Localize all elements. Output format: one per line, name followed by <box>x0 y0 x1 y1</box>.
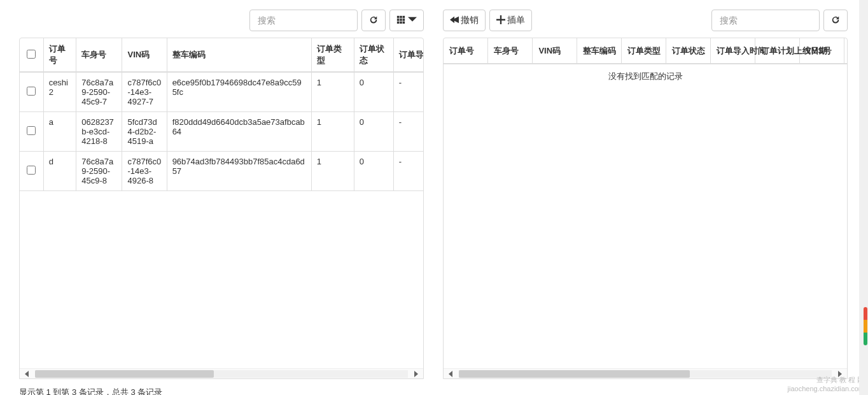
cell-vehicle-code: 96b74ad3fb784493bb7f85ac4cda6d57 <box>167 152 311 191</box>
right-horizontal-scrollbar[interactable] <box>444 368 847 378</box>
table-row: d 76c8a7a9-2590-45c9-8 c787f6c0-14e3-492… <box>20 152 423 191</box>
left-col-order-status[interactable]: 订单状态 <box>354 38 393 72</box>
cell-vin: c787f6c0-14e3-4926-8 <box>122 152 167 191</box>
svg-rect-2 <box>403 15 405 18</box>
refresh-icon <box>369 15 378 26</box>
left-header-checkbox-cell <box>20 38 43 72</box>
svg-rect-5 <box>403 18 405 21</box>
plus-icon <box>496 15 505 26</box>
left-columns-button[interactable] <box>389 10 424 31</box>
cell-vin: 5fcd73d4-d2b2-4519-a <box>122 112 167 152</box>
svg-rect-8 <box>403 21 405 24</box>
cell-vin: c787f6c0-14e3-4927-7 <box>122 72 167 112</box>
right-table-container: 订单号车身号VIN码整车编码订单类型订单状态订单导入时间订单计划上线日期VMS号… <box>443 38 848 379</box>
right-col-5[interactable]: 订单状态 <box>666 38 711 64</box>
left-search-input[interactable] <box>249 10 358 31</box>
chevron-down-icon <box>408 15 417 26</box>
left-select-all-checkbox[interactable] <box>27 50 36 59</box>
refresh-icon <box>831 15 840 26</box>
left-col-body-no[interactable]: 车身号 <box>76 38 122 72</box>
pagination-info: 显示第 1 到第 3 条记录，总共 3 条记录 <box>0 379 868 395</box>
svg-rect-6 <box>397 21 400 24</box>
right-col-0[interactable]: 订单号 <box>444 38 488 64</box>
cell-body-no: 76c8a7a9-2590-45c9-7 <box>76 72 122 112</box>
svg-rect-4 <box>400 18 402 21</box>
right-refresh-button[interactable] <box>823 10 848 31</box>
rewind-icon <box>450 15 459 26</box>
cell-import: - <box>393 152 423 191</box>
table-row: a 0628237b-e3cd-4218-8 5fcd73d4-d2b2-451… <box>20 112 423 152</box>
row-checkbox[interactable] <box>27 166 36 175</box>
insert-label: 插单 <box>507 15 525 26</box>
svg-rect-7 <box>400 21 402 24</box>
cell-import: - <box>393 112 423 152</box>
scroll-left-arrow[interactable] <box>444 369 458 379</box>
table-row: ceshi2 76c8a7a9-2590-45c9-7 c787f6c0-14e… <box>20 72 423 112</box>
left-horizontal-scrollbar[interactable] <box>20 368 423 378</box>
cell-body-no: 76c8a7a9-2590-45c9-8 <box>76 152 122 191</box>
cell-order-no: a <box>43 112 76 152</box>
left-table: 订单号 车身号 VIN码 整车编码 订单类型 订单状态 订单导入 ceshi2 … <box>20 38 423 191</box>
left-panel: 订单号 车身号 VIN码 整车编码 订单类型 订单状态 订单导入 ceshi2 … <box>19 10 424 379</box>
right-col-6[interactable]: 订单导入时间 <box>711 38 755 64</box>
left-col-order-no[interactable]: 订单号 <box>43 38 76 72</box>
right-col-2[interactable]: VIN码 <box>533 38 577 64</box>
row-checkbox[interactable] <box>27 126 36 135</box>
left-col-import[interactable]: 订单导入 <box>393 38 423 72</box>
right-col-8[interactable]: VMS号 <box>800 38 844 64</box>
cell-order-status: 0 <box>354 112 393 152</box>
cell-order-status: 0 <box>354 152 393 191</box>
left-col-vin[interactable]: VIN码 <box>122 38 167 72</box>
right-col-1[interactable]: 车身号 <box>488 38 533 64</box>
scroll-left-arrow[interactable] <box>20 369 34 379</box>
insert-button[interactable]: 插单 <box>489 10 532 31</box>
right-search-input[interactable] <box>711 10 820 31</box>
undo-button[interactable]: 撤销 <box>443 10 486 31</box>
right-col-7[interactable]: 订单计划上线日期 <box>755 38 800 64</box>
left-col-vehicle-code[interactable]: 整车编码 <box>167 38 311 72</box>
right-col-4[interactable]: 订单类型 <box>622 38 666 64</box>
scroll-track[interactable] <box>35 370 408 378</box>
right-table: 订单号车身号VIN码整车编码订单类型订单状态订单导入时间订单计划上线日期VMS号… <box>444 38 847 64</box>
svg-rect-3 <box>397 18 400 21</box>
page-vertical-scrollbar[interactable] <box>859 0 868 395</box>
undo-label: 撤销 <box>461 15 479 26</box>
cell-vehicle-code: e6ce95f0b17946698dc47e8a9cc595fc <box>167 72 311 112</box>
scroll-right-arrow[interactable] <box>409 369 423 379</box>
left-toolbar <box>19 10 424 31</box>
grid-icon <box>396 15 405 26</box>
row-checkbox[interactable] <box>27 87 36 96</box>
svg-rect-0 <box>397 15 400 18</box>
cell-body-no: 0628237b-e3cd-4218-8 <box>76 112 122 152</box>
svg-rect-1 <box>400 15 402 18</box>
right-col-9[interactable]: 发动 <box>844 38 847 64</box>
cell-order-type: 1 <box>311 152 354 191</box>
cell-order-type: 1 <box>311 72 354 112</box>
cell-order-status: 0 <box>354 72 393 112</box>
no-records-message: 没有找到匹配的记录 <box>444 64 847 89</box>
right-panel: 撤销 插单 <box>443 10 848 379</box>
cell-order-type: 1 <box>311 112 354 152</box>
cell-import: - <box>393 72 423 112</box>
watermark: 查字典 教 程 网 jiaocheng.chazidian.com <box>788 375 864 392</box>
left-col-order-type[interactable]: 订单类型 <box>311 38 354 72</box>
right-toolbar: 撤销 插单 <box>443 10 848 31</box>
scroll-track[interactable] <box>459 370 832 378</box>
cell-order-no: ceshi2 <box>43 72 76 112</box>
left-table-container: 订单号 车身号 VIN码 整车编码 订单类型 订单状态 订单导入 ceshi2 … <box>19 38 424 379</box>
left-refresh-button[interactable] <box>361 10 386 31</box>
right-col-3[interactable]: 整车编码 <box>577 38 622 64</box>
cell-vehicle-code: f820ddd49d6640dcb3a5ae73afbcab64 <box>167 112 311 152</box>
cell-order-no: d <box>43 152 76 191</box>
